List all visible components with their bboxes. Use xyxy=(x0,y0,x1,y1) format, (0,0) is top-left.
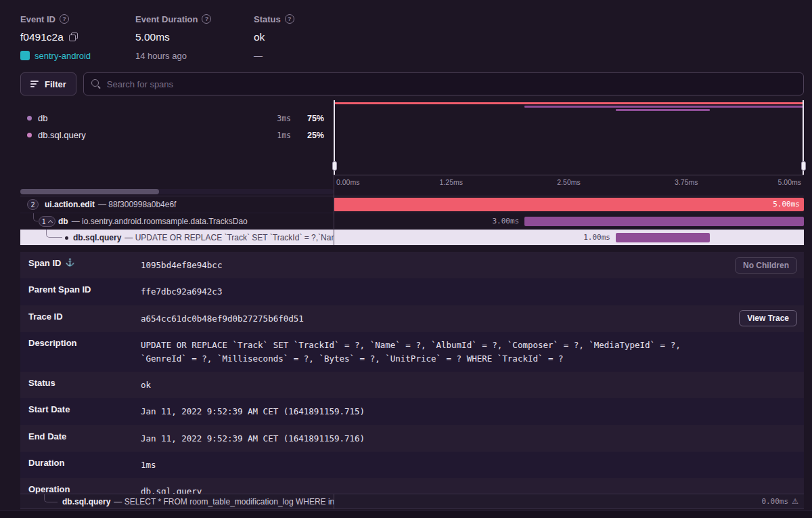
tree-connector xyxy=(46,230,62,238)
axis-tick: 2.50ms xyxy=(557,178,580,186)
minimap-right-handle[interactable] xyxy=(803,100,804,175)
drag-grip[interactable] xyxy=(801,161,806,171)
start-date-value: Jan 11, 2022 9:52:39 AM CET (1641891159.… xyxy=(141,406,365,416)
op-name: db xyxy=(38,113,254,123)
span-detail-table: Span ID ⚓ 1095bd4ef8e94bcc No Children P… xyxy=(20,252,804,505)
help-icon[interactable]: ? xyxy=(202,14,211,24)
status-label: Status xyxy=(254,14,281,24)
detail-label-text: Start Date xyxy=(28,404,70,414)
span-row-ui-action-edit[interactable]: 2 ui.action.edit — 88f300998a0b4e6f 5.00… xyxy=(20,196,804,213)
badge-count: 1 xyxy=(42,218,46,225)
copy-icon[interactable] xyxy=(69,33,78,41)
span-op: db.sql.query xyxy=(73,233,121,242)
minimap: db 3ms 75% db.sql.query 1ms 25% 0. xyxy=(20,100,804,187)
span-description: — UPDATE OR REPLACE `Track` SET `TrackId… xyxy=(125,233,334,242)
span-children-badge[interactable]: 1 xyxy=(39,216,55,227)
tree-chart-divider xyxy=(334,494,334,509)
span-row-db[interactable]: 1 db — io.sentry.android.roomsample.data… xyxy=(20,213,804,229)
span-op: db.sql.query xyxy=(62,497,110,506)
help-icon[interactable]: ? xyxy=(60,14,69,24)
detail-label-text: Duration xyxy=(28,458,64,468)
detail-label: Parent Span ID xyxy=(20,278,141,305)
op-percentage: 25% xyxy=(297,131,324,140)
detail-value: ok xyxy=(141,372,804,398)
span-description: — io.sentry.android.roomsample.data.Trac… xyxy=(72,217,248,226)
span-row-db-sql-query-selected[interactable]: db.sql.query — UPDATE OR REPLACE `Track`… xyxy=(20,229,804,245)
axis-tick: 0.00ms xyxy=(336,178,359,186)
span-row-select-query[interactable]: db.sql.query — SELECT * FROM room_table_… xyxy=(20,494,804,509)
no-children-button[interactable]: No Children xyxy=(735,257,797,274)
trace-id-value: a654cc61dc0b48ef9d0b27275b6f0d51 xyxy=(141,314,304,324)
event-id-value: f0491c2a xyxy=(20,31,64,43)
filter-button[interactable]: Filter xyxy=(20,72,76,95)
detail-row-trace-id: Trace ID a654cc61dc0b48ef9d0b27275b6f0d5… xyxy=(20,305,804,332)
filter-icon xyxy=(30,81,39,87)
span-children-badge[interactable]: 2 xyxy=(27,199,39,210)
event-id-value-row: f0491c2a xyxy=(20,30,135,43)
span-duration-value: 3.00ms xyxy=(492,217,519,225)
detail-label: Start Date xyxy=(20,398,141,425)
warning-icon: ⚠ xyxy=(792,497,798,506)
detail-value: Jan 11, 2022 9:52:39 AM CET (1641891159.… xyxy=(141,425,804,452)
detail-value: ffe7dbc92a6942c3 xyxy=(141,278,804,305)
detail-label-text: Parent Span ID xyxy=(28,284,91,295)
span-duration-value: 1.00ms xyxy=(583,233,610,242)
drag-grip[interactable] xyxy=(332,161,337,171)
help-icon[interactable]: ? xyxy=(285,14,294,24)
event-meta-header: Event ID ? f0491c2a sentry-android Event… xyxy=(0,0,812,68)
op-percentage: 75% xyxy=(297,114,324,123)
span-duration-value: 5.00ms xyxy=(773,200,800,209)
span-row-bar-cell: 3.00ms xyxy=(334,213,804,229)
span-row-label-cell: 2 ui.action.edit — 88f300998a0b4e6f xyxy=(20,196,334,213)
bottom-scrollbar-track xyxy=(0,510,812,518)
minimap-span-bar xyxy=(334,102,804,104)
project-icon xyxy=(20,51,30,60)
breakdown-row-db-sql-query: db.sql.query 1ms 25% xyxy=(20,127,334,144)
minimap-span-bar xyxy=(616,109,710,111)
detail-label: Description xyxy=(20,332,141,372)
anchor-link-icon[interactable]: ⚓ xyxy=(65,258,74,267)
detail-label: End Date xyxy=(20,425,141,452)
span-op: ui.action.edit xyxy=(45,200,95,209)
event-age: 14 hours ago xyxy=(135,51,187,61)
filter-button-label: Filter xyxy=(45,79,66,89)
view-trace-button[interactable]: View Trace xyxy=(739,310,797,326)
op-duration: 1ms xyxy=(260,131,291,140)
event-duration-value: 5.00ms xyxy=(135,31,170,43)
span-duration-bar xyxy=(524,217,804,226)
detail-label-text: End Date xyxy=(28,431,66,441)
event-duration-column: Event Duration ? 5.00ms 14 hours ago xyxy=(135,14,254,68)
span-description: — 88f300998a0b4e6f xyxy=(98,200,176,209)
detail-row-status: Status ok xyxy=(20,372,804,398)
detail-row-parent-span-id: Parent Span ID ffe7dbc92a6942c3 xyxy=(20,278,804,305)
op-color-dot xyxy=(27,133,32,137)
status-label-row: Status ? xyxy=(254,14,294,24)
search-input[interactable] xyxy=(107,79,796,89)
parent-span-id-value: ffe7dbc92a6942c3 xyxy=(141,286,222,297)
event-id-label: Event ID xyxy=(20,14,55,24)
detail-label: Status xyxy=(20,372,141,398)
span-row-bar-cell: 1.00ms xyxy=(334,230,804,245)
detail-label: Trace ID xyxy=(20,305,141,332)
span-row-label-cell: db.sql.query — UPDATE OR REPLACE `Track`… xyxy=(20,230,334,245)
axis-tick: 3.75ms xyxy=(675,178,698,186)
event-duration-label-row: Event Duration ? xyxy=(135,14,254,24)
detail-value: a654cc61dc0b48ef9d0b27275b6f0d51 View Tr… xyxy=(141,305,804,332)
leaf-bullet xyxy=(65,236,68,240)
op-color-dot xyxy=(27,116,32,121)
tree-connector xyxy=(44,494,58,502)
status-value-row: ok xyxy=(254,30,294,43)
scrollbar-thumb[interactable] xyxy=(20,189,159,194)
chevron-up-icon xyxy=(48,219,53,224)
project-link[interactable]: sentry-android xyxy=(35,51,91,61)
span-op: db xyxy=(58,217,68,226)
tree-scrollbar xyxy=(20,189,334,194)
search-icon xyxy=(91,79,101,89)
time-axis: 0.00ms 1.25ms 2.50ms 3.75ms 5.00ms xyxy=(334,175,804,187)
span-duration-bar: 5.00ms xyxy=(334,198,804,211)
span-duration-bar xyxy=(616,233,710,242)
breakdown-row-db: db 3ms 75% xyxy=(20,110,334,127)
minimap-left-handle[interactable] xyxy=(334,100,335,175)
detail-row-span-id: Span ID ⚓ 1095bd4ef8e94bcc No Children xyxy=(20,252,804,278)
duration-value: 1ms xyxy=(141,460,156,470)
